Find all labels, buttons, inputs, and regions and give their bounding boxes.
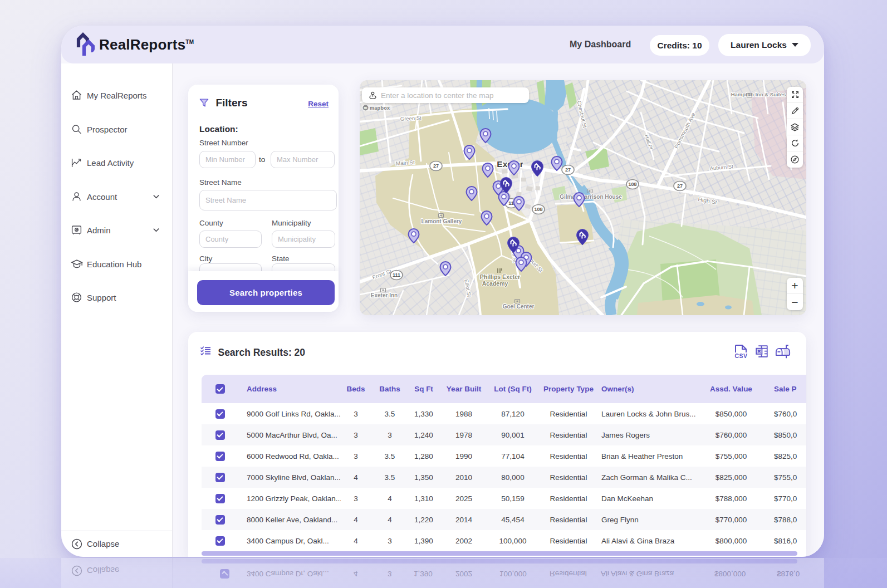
svg-text:Gilman Garrison House: Gilman Garrison House: [560, 194, 622, 200]
svg-text:Phillips Exeter: Phillips Exeter: [480, 273, 520, 280]
svg-text:Lamont Gallery: Lamont Gallery: [422, 218, 462, 224]
svg-text:11: 11: [508, 200, 514, 206]
svg-text:Green St: Green St: [400, 115, 422, 122]
svg-text:108: 108: [628, 182, 636, 187]
svg-text:CSV: CSV: [734, 352, 747, 359]
svg-text:Exeter Inn: Exeter Inn: [371, 292, 398, 298]
svg-text:Hampton Inn & Suites: Hampton Inn & Suites: [731, 91, 786, 97]
svg-text:108: 108: [534, 207, 542, 212]
svg-text:Goel Center: Goel Center: [503, 303, 535, 310]
svg-text:m: m: [364, 106, 367, 110]
svg-text:27: 27: [677, 183, 683, 189]
svg-text:27: 27: [565, 167, 571, 173]
svg-text:111: 111: [393, 272, 400, 278]
svg-text:Academy: Academy: [482, 280, 508, 287]
svg-text:27: 27: [433, 163, 439, 169]
